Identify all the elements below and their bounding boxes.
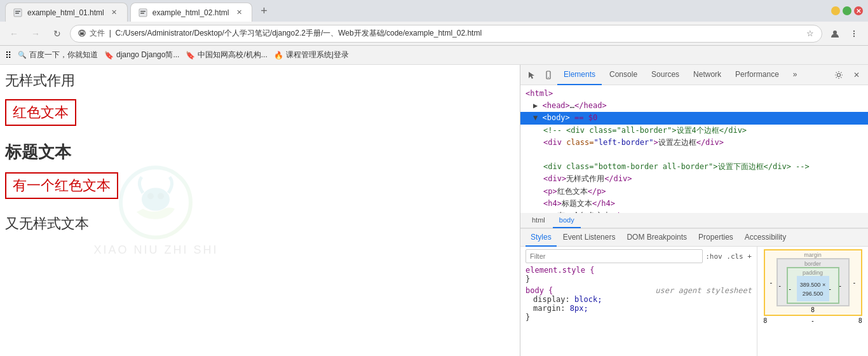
elements-panel: <html> ▶ <head>…</head> ▼ <body> == $0 <… [520, 85, 868, 213]
minimize-button[interactable] [831, 6, 840, 15]
breadcrumb-html[interactable]: html [526, 213, 552, 228]
bookmark-icon-zhiwang: 🔖 [186, 51, 195, 60]
maximize-button[interactable] [843, 6, 851, 15]
bookmarks-bar: ⠿ 🔍 百度一下，你就知道 🔖 django Django简... 🔖 中国知网… [0, 46, 868, 65]
bookmark-django[interactable]: 🔖 django Django简... [104, 50, 179, 60]
text-red-border-2: 有一个红色文本 [5, 172, 118, 199]
margin-top-label: 8 [764, 317, 768, 324]
styles-tab-styles[interactable]: Styles [526, 229, 557, 247]
box-model-panel: margin - border - [757, 247, 868, 356]
padding-right: - [829, 285, 837, 292]
text-heading: 标题文本 [5, 141, 515, 163]
svg-rect-2 [15, 13, 19, 14]
element-div-plain[interactable]: <div>无样式作用</div> [520, 173, 868, 185]
content-size: 389.500 × 296.500 [800, 282, 825, 297]
devtools-panel: Elements Console Sources Network Perform… [520, 65, 868, 356]
svg-point-18 [837, 73, 841, 76]
devtools-tab-more[interactable]: » [787, 65, 804, 85]
tab-1-label: example_html_01.html [27, 8, 104, 17]
tab-2[interactable]: example_html_02.html ✕ [130, 3, 253, 22]
svg-point-17 [548, 77, 549, 78]
margin-bottom-label: 8 [858, 317, 862, 324]
styles-tab-dom[interactable]: DOM Breakpoints [621, 229, 692, 247]
filter-row: :hov .cls + [526, 249, 752, 263]
element-comment2[interactable]: <div class="bottom-border all-border">设置… [520, 161, 868, 173]
styles-tab-props[interactable]: Properties [693, 229, 738, 247]
text-plain-2: 又无样式文本 [5, 214, 515, 233]
filter-hov-cls[interactable]: :hov .cls + [705, 252, 752, 261]
bookmark-icon-django: 🔖 [104, 51, 114, 60]
devtools-settings-icon[interactable] [831, 67, 846, 83]
main-area: 无样式作用 红色文本 标题文本 有一个红色文本 又无样式文本 [0, 65, 868, 356]
breadcrumb-body[interactable]: body [553, 213, 581, 228]
svg-point-14 [147, 193, 154, 200]
border-right: - [839, 282, 847, 289]
styles-tab-event[interactable]: Event Listeners [558, 229, 621, 247]
url-bar-icons: ☆ [806, 29, 814, 38]
devtools-tab-elements[interactable]: Elements [557, 65, 602, 85]
apps-icon[interactable]: ⠿ [5, 50, 11, 60]
tab-1-icon [13, 8, 22, 17]
bookmark-icon-course: 🔥 [274, 51, 283, 60]
lock-icon [78, 29, 86, 38]
forward-button[interactable]: → [27, 25, 44, 43]
watermark-text: XIAO NIU ZHI SHI [93, 243, 218, 257]
filter-input[interactable] [526, 249, 703, 263]
refresh-button[interactable]: ↻ [48, 25, 66, 43]
element-h4[interactable]: <h4>标题文本</h4> [520, 198, 868, 210]
devtools-breadcrumb: html body [520, 213, 868, 228]
styles-left-panel: :hov .cls + element.style { } body { use… [520, 247, 757, 356]
element-comment1[interactable]: <!-- <div class="all-border">设置4个边框</div… [520, 125, 868, 137]
bookmark-course[interactable]: 🔥 课程管理系统|登录 [274, 50, 349, 60]
svg-rect-1 [15, 11, 20, 12]
title-bar: example_html_01.html ✕ example_html_02.h… [0, 0, 868, 22]
webpage-content: 无样式作用 红色文本 标题文本 有一个红色文本 又无样式文本 [0, 65, 520, 356]
svg-rect-7 [80, 32, 84, 35]
devtools-close-icon[interactable]: ✕ [849, 67, 864, 83]
text-red-border-1: 红色文本 [5, 99, 76, 126]
devtools-mobile-icon[interactable] [541, 67, 556, 83]
menu-icon[interactable] [845, 25, 863, 43]
url-bar[interactable]: 文件 | C:/Users/Administrator/Desktop/个人学习… [70, 25, 822, 43]
margin-left: - [766, 279, 776, 286]
element-div-left[interactable]: <div class="left-border">设置左边框</div> [520, 137, 868, 149]
tab-1-close[interactable]: ✕ [109, 8, 119, 18]
element-head[interactable]: ▶ <head>…</head> [520, 100, 868, 112]
style-rule-element: element.style { } [526, 266, 752, 284]
devtools-tab-sources[interactable]: Sources [645, 65, 686, 85]
element-empty [520, 149, 868, 161]
tab-2-close[interactable]: ✕ [234, 8, 244, 18]
margin-right-label: - [811, 317, 813, 324]
svg-point-11 [853, 35, 855, 36]
element-html[interactable]: <html> [520, 88, 868, 100]
devtools-action-icons: ✕ [831, 67, 864, 83]
styles-tab-access[interactable]: Accessibility [740, 229, 791, 247]
element-p-red[interactable]: <p>红色文本</p> [520, 186, 868, 198]
devtools-tab-performance[interactable]: Performance [729, 65, 785, 85]
devtools-cursor-icon[interactable] [524, 67, 539, 83]
style-rule-body: body { user agent stylesheet display: bl… [526, 286, 752, 322]
bookmark-zhiwang[interactable]: 🔖 中国知网高校/机构... [186, 50, 267, 60]
svg-point-15 [158, 193, 164, 200]
new-tab-button[interactable]: + [255, 2, 273, 20]
devtools-tab-network[interactable]: Network [687, 65, 728, 85]
element-body[interactable]: ▼ <body> == $0 [520, 112, 868, 124]
baidu-icon: 🔍 [18, 51, 27, 59]
svg-rect-4 [140, 11, 146, 12]
tab-2-label: example_html_02.html [153, 8, 229, 17]
window-controls: ✕ [831, 6, 863, 15]
box-model: margin - border - [760, 249, 865, 324]
padding-left: - [789, 285, 797, 292]
devtools-tab-console[interactable]: Console [603, 65, 644, 85]
close-button[interactable]: ✕ [854, 6, 863, 15]
bookmark-baidu[interactable]: 🔍 百度一下，你就知道 [18, 50, 98, 60]
account-icon[interactable] [826, 25, 844, 43]
tab-1[interactable]: example_html_01.html ✕ [5, 3, 128, 22]
back-button[interactable]: ← [5, 25, 23, 43]
styles-panel: Styles Event Listeners DOM Breakpoints P… [520, 229, 868, 356]
star-icon[interactable]: ☆ [806, 29, 814, 38]
browser-window: example_html_01.html ✕ example_html_02.h… [0, 0, 868, 356]
devtools-toolbar: Elements Console Sources Network Perform… [520, 65, 868, 85]
styles-tabs: Styles Event Listeners DOM Breakpoints P… [520, 229, 868, 247]
margin-bottom-val: 8 [811, 306, 815, 313]
